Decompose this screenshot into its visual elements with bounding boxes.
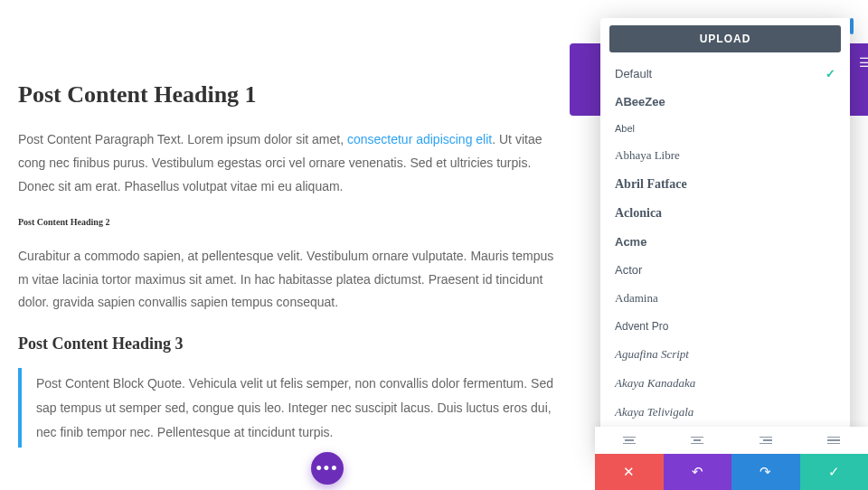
- blockquote: Post Content Block Quote. Vehicula velit…: [18, 368, 561, 448]
- undo-icon: ↶: [692, 464, 703, 480]
- font-option[interactable]: Acme: [600, 228, 850, 256]
- font-option-label: Aguafina Script: [615, 347, 689, 362]
- font-option[interactable]: Default✓: [600, 60, 850, 88]
- text-align-row: [595, 427, 868, 454]
- action-bar: ✕ ↶ ↷ ✓: [595, 454, 868, 490]
- heading-3: Post Content Heading 3: [18, 335, 561, 353]
- paragraph-2: Curabitur a commodo sapien, at pellentes…: [18, 245, 561, 316]
- check-icon: ✓: [828, 464, 840, 480]
- align-left-button[interactable]: [595, 427, 664, 454]
- font-option[interactable]: Advent Pro: [600, 313, 850, 340]
- font-option-label: Abhaya Libre: [615, 148, 680, 163]
- undo-button[interactable]: ↶: [664, 454, 732, 490]
- para1-text-a: Post Content Paragraph Text. Lorem ipsum…: [18, 132, 347, 146]
- heading-2: Post Content Heading 2: [18, 217, 561, 227]
- font-option-label: Abril Fatface: [615, 177, 687, 192]
- paragraph-1: Post Content Paragraph Text. Lorem ipsum…: [18, 128, 561, 199]
- font-option[interactable]: Aguafina Script: [600, 340, 850, 369]
- dropdown-scrollbar[interactable]: [850, 18, 854, 34]
- cancel-button[interactable]: ✕: [595, 454, 664, 490]
- font-dropdown: UPLOAD Default✓ABeeZeeAbelAbhaya LibreAb…: [600, 18, 850, 457]
- align-justify-button[interactable]: [800, 427, 869, 454]
- font-option[interactable]: Actor: [600, 256, 850, 284]
- font-option[interactable]: Abhaya Libre: [600, 141, 850, 170]
- font-list[interactable]: Default✓ABeeZeeAbelAbhaya LibreAbril Fat…: [600, 60, 850, 457]
- close-icon: ✕: [623, 464, 635, 480]
- align-right-button[interactable]: [731, 427, 800, 454]
- confirm-button[interactable]: ✓: [800, 454, 869, 490]
- font-option-label: Akaya Kanadaka: [615, 376, 695, 391]
- upload-button[interactable]: UPLOAD: [609, 25, 841, 52]
- font-option-label: Abel: [615, 123, 635, 134]
- redo-icon: ↷: [760, 464, 771, 480]
- font-option-label: Adamina: [615, 291, 658, 306]
- menu-icon[interactable]: ☰: [859, 54, 868, 71]
- font-option[interactable]: Akaya Telivigala: [600, 398, 850, 427]
- font-option[interactable]: Akaya Kanadaka: [600, 369, 850, 398]
- blockquote-text: Post Content Block Quote. Vehicula velit…: [36, 372, 561, 444]
- font-option-label: ABeeZee: [615, 95, 665, 108]
- para1-link[interactable]: consectetur adipiscing elit: [347, 132, 492, 146]
- font-option[interactable]: Abel: [600, 116, 850, 141]
- font-option[interactable]: Abril Fatface: [600, 170, 850, 199]
- check-icon: ✓: [826, 67, 835, 80]
- heading-1: Post Content Heading 1: [18, 81, 561, 108]
- align-center-button[interactable]: [664, 427, 732, 454]
- font-option[interactable]: ABeeZee: [600, 88, 850, 116]
- font-option[interactable]: Aclonica: [600, 199, 850, 228]
- font-option-label: Acme: [615, 235, 646, 249]
- font-option-label: Aclonica: [615, 206, 662, 221]
- font-option-label: Advent Pro: [615, 320, 668, 333]
- font-option-label: Actor: [615, 263, 642, 277]
- font-option[interactable]: Adamina: [600, 284, 850, 313]
- font-option-label: Default: [615, 67, 652, 80]
- font-option-label: Akaya Telivigala: [615, 405, 693, 419]
- post-content: Post Content Heading 1 Post Content Para…: [0, 0, 579, 466]
- add-module-fab[interactable]: •••: [311, 452, 344, 485]
- dots-icon: •••: [316, 459, 339, 478]
- redo-button[interactable]: ↷: [731, 454, 800, 490]
